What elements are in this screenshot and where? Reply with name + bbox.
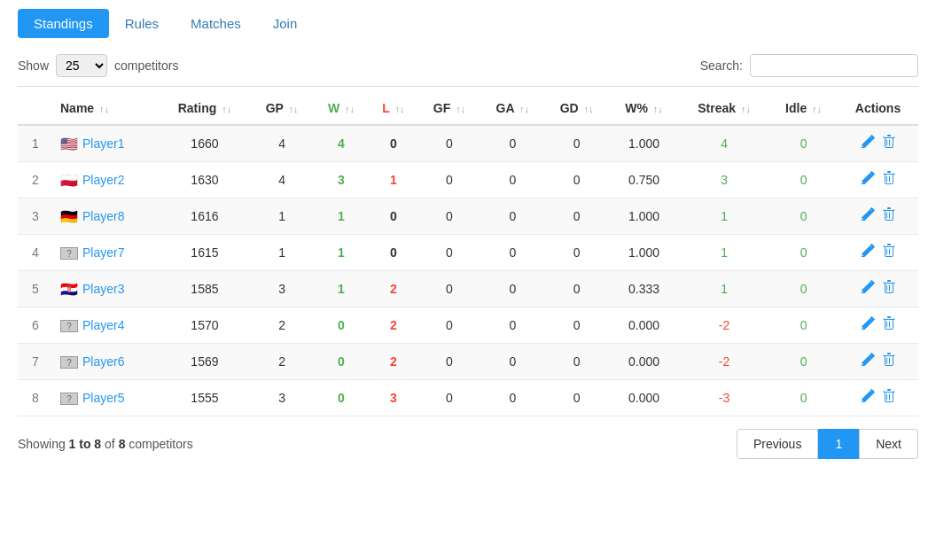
player-link[interactable]: Player2	[82, 173, 124, 187]
cell-rank: 8	[18, 380, 53, 416]
table-header: Name ↑↓ Rating ↑↓ GP ↑↓ W ↑↓ L ↑↓ GF ↑↓ …	[18, 92, 918, 125]
cell-gp: 2	[251, 344, 314, 380]
player-link[interactable]: Player4	[82, 318, 124, 332]
cell-actions	[838, 344, 918, 380]
cell-name: ? Player6	[53, 344, 159, 380]
player-link[interactable]: Player7	[82, 245, 124, 260]
edit-icon[interactable]	[861, 353, 875, 370]
cell-actions	[838, 271, 918, 307]
cell-name: ? Player4	[53, 307, 159, 344]
showing-prefix: Showing	[18, 437, 69, 451]
cell-idle: 0	[769, 344, 838, 380]
tab-standings[interactable]: Standings	[18, 9, 109, 38]
col-gd[interactable]: GD ↑↓	[544, 92, 609, 125]
page-1-button[interactable]: 1	[818, 429, 859, 459]
cell-wpct: 0.000	[609, 380, 679, 416]
tab-rules[interactable]: Rules	[109, 9, 175, 38]
search-input[interactable]	[750, 54, 918, 77]
previous-button[interactable]: Previous	[737, 429, 818, 459]
table-row: 3 🇩🇪 Player8 1616 1 1 0 0 0 0 1.000 1 0	[18, 198, 918, 235]
col-rating[interactable]: Rating ↑↓	[159, 92, 250, 125]
edit-icon[interactable]	[861, 207, 875, 225]
cell-rating: 1630	[159, 162, 250, 198]
edit-icon[interactable]	[861, 135, 875, 152]
cell-idle: 0	[769, 271, 838, 307]
cell-wpct: 1.000	[609, 235, 679, 271]
cell-rating: 1615	[159, 235, 250, 271]
tab-join[interactable]: Join	[257, 9, 314, 38]
player-link[interactable]: Player1	[82, 136, 124, 151]
table-row: 4 ? Player7 1615 1 1 0 0 0 0 1.000 1 0	[18, 235, 918, 271]
delete-icon[interactable]	[882, 244, 896, 261]
delete-icon[interactable]	[882, 280, 896, 298]
cell-name: 🇵🇱 Player2	[53, 162, 159, 198]
show-label: Show	[18, 58, 49, 73]
col-ga[interactable]: GA ↑↓	[480, 92, 544, 125]
delete-icon[interactable]	[882, 171, 896, 189]
cell-idle: 0	[769, 198, 838, 235]
col-gp[interactable]: GP ↑↓	[251, 92, 314, 125]
player-link[interactable]: Player5	[82, 391, 124, 405]
cell-gf: 0	[418, 344, 481, 380]
edit-icon[interactable]	[861, 316, 875, 334]
cell-rank: 5	[18, 271, 53, 307]
col-wpct[interactable]: W% ↑↓	[609, 92, 679, 125]
cell-gd: 0	[544, 380, 609, 416]
cell-l: 0	[369, 198, 418, 235]
edit-icon[interactable]	[861, 171, 875, 189]
cell-gp: 2	[251, 307, 314, 344]
per-page-select[interactable]: 25 10 50 100	[56, 54, 107, 77]
cell-gp: 3	[251, 271, 314, 307]
col-l[interactable]: L ↑↓	[369, 92, 418, 125]
delete-icon[interactable]	[882, 316, 896, 334]
delete-icon[interactable]	[882, 389, 896, 407]
delete-icon[interactable]	[882, 353, 896, 370]
cell-l: 2	[369, 344, 418, 380]
sort-icon-rating: ↑↓	[222, 104, 231, 114]
cell-streak: 3	[679, 162, 769, 198]
cell-ga: 0	[480, 125, 544, 162]
col-streak[interactable]: Streak ↑↓	[679, 92, 769, 125]
col-w[interactable]: W ↑↓	[314, 92, 369, 125]
cell-ga: 0	[480, 380, 544, 416]
cell-ga: 0	[480, 235, 544, 271]
cell-rank: 4	[18, 235, 53, 271]
cell-ga: 0	[480, 198, 544, 235]
table-row: 6 ? Player4 1570 2 0 2 0 0 0 0.000 -2 0	[18, 307, 918, 344]
cell-w: 0	[314, 307, 369, 344]
player-link[interactable]: Player3	[82, 282, 124, 296]
col-gf[interactable]: GF ↑↓	[418, 92, 481, 125]
cell-actions	[838, 307, 918, 344]
cell-rating: 1555	[159, 380, 250, 416]
next-button[interactable]: Next	[859, 429, 918, 459]
table-row: 5 🇭🇷 Player3 1585 3 1 2 0 0 0 0.333 1 0	[18, 271, 918, 307]
player-link[interactable]: Player8	[82, 209, 124, 223]
cell-idle: 0	[769, 235, 838, 271]
delete-icon[interactable]	[882, 207, 896, 225]
cell-w: 1	[314, 198, 369, 235]
sort-icon-gp: ↑↓	[289, 104, 299, 114]
cell-gd: 0	[544, 125, 609, 162]
cell-gf: 0	[418, 125, 481, 162]
cell-w: 1	[314, 271, 369, 307]
col-name[interactable]: Name ↑↓	[53, 92, 159, 125]
cell-l: 0	[369, 125, 418, 162]
cell-w: 4	[314, 125, 369, 162]
sort-icon-wpct: ↑↓	[653, 104, 663, 114]
delete-icon[interactable]	[882, 135, 896, 152]
col-idle[interactable]: Idle ↑↓	[769, 92, 838, 125]
flag-icon: ?	[60, 391, 78, 405]
edit-icon[interactable]	[861, 244, 875, 261]
player-link[interactable]: Player6	[82, 354, 124, 369]
table-divider	[18, 86, 918, 87]
sort-icon-idle: ↑↓	[812, 104, 822, 114]
pagination: Previous 1 Next	[737, 429, 918, 459]
cell-wpct: 0.750	[609, 162, 679, 198]
cell-rank: 6	[18, 307, 53, 344]
controls-row: Show 25 10 50 100 competitors Search:	[18, 54, 918, 77]
tab-matches[interactable]: Matches	[175, 9, 257, 38]
cell-actions	[838, 235, 918, 271]
edit-icon[interactable]	[861, 280, 875, 298]
cell-streak: -2	[679, 344, 769, 380]
edit-icon[interactable]	[861, 389, 875, 407]
